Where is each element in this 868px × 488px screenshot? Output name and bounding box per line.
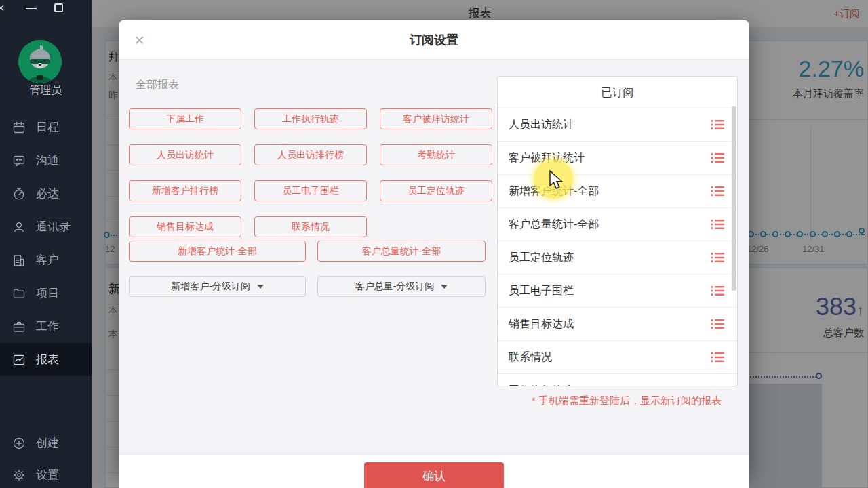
- gear-icon: [12, 468, 26, 482]
- subscribed-label: 员工电子围栏: [509, 284, 711, 298]
- subscription-settings-modal: 订阅设置 × 全部报表 下属工作 工作执行轨迹 客户被拜访统计 人员出访统计 人…: [119, 20, 749, 474]
- building-icon: [12, 253, 26, 267]
- report-button[interactable]: 员工定位轨迹: [380, 180, 492, 201]
- sidebar-item-create[interactable]: 创建: [0, 427, 92, 459]
- modal-title: 订阅设置: [119, 20, 749, 60]
- list-handle-icon[interactable]: [711, 352, 725, 363]
- sidebar-item-schedule[interactable]: 日程: [0, 110, 92, 144]
- report-button-grid: 下属工作 工作执行轨迹 客户被拜访统计 人员出访统计 人员出访排行榜 考勤统计 …: [129, 108, 492, 237]
- folder-icon: [12, 287, 26, 300]
- report-button[interactable]: 人员出访统计: [129, 144, 241, 165]
- sidebar-item-label: 必达: [36, 186, 59, 201]
- report-button[interactable]: 工作执行轨迹: [254, 108, 367, 129]
- sidebar-item-bida[interactable]: 必达: [0, 177, 92, 210]
- list-handle-icon[interactable]: [711, 252, 725, 263]
- subscribed-label: 销售目标达成: [509, 317, 711, 331]
- chart-icon: [12, 353, 26, 367]
- subscribed-row[interactable]: 客户总量统计-全部: [498, 208, 737, 241]
- subscribed-panel: 已订阅 人员出访统计 客户被拜访统计 新增客户统计-全部 客户总量统计-全部: [497, 76, 738, 386]
- report-button[interactable]: 考勤统计: [380, 144, 492, 165]
- subscribed-label: 客户被拜访统计: [509, 151, 711, 165]
- report-button[interactable]: 销售目标达成: [129, 216, 241, 237]
- confirm-button[interactable]: 确认: [364, 462, 504, 488]
- subscribed-label: 客户总量统计-全部: [509, 218, 711, 232]
- avatar-illustration: [18, 40, 62, 83]
- list-handle-icon[interactable]: [711, 186, 725, 197]
- cursor-pointer: [549, 170, 564, 190]
- sidebar-item-projects[interactable]: 项目: [0, 277, 92, 310]
- list-handle-icon[interactable]: [711, 385, 725, 386]
- window-controls: ×: [0, 3, 92, 16]
- list-handle-icon[interactable]: [711, 319, 725, 329]
- sidebar-item-contacts[interactable]: 通讯录: [0, 210, 92, 243]
- sidebar-item-label: 设置: [36, 467, 59, 483]
- list-handle-icon[interactable]: [711, 119, 725, 130]
- dropdown-label: 新增客户-分级订阅: [171, 281, 250, 293]
- new-customer-level-dropdown[interactable]: 新增客户-分级订阅: [129, 276, 306, 297]
- user-name: 管理员: [0, 83, 92, 98]
- modal-header: 订阅设置 ×: [119, 20, 749, 60]
- contacts-icon: [12, 220, 26, 234]
- briefcase-icon: [12, 320, 26, 333]
- sidebar-item-label: 通讯录: [36, 219, 71, 235]
- app-window: × 管理员 日程: [0, 0, 868, 488]
- report-button-wide[interactable]: 新增客户统计-全部: [129, 241, 306, 262]
- subscribed-row[interactable]: 联系情况: [498, 341, 737, 374]
- window-close-icon[interactable]: ×: [0, 1, 5, 16]
- scrollbar-thumb[interactable]: [732, 106, 736, 291]
- subscribed-label: 员工定位轨迹: [509, 251, 711, 265]
- modal-footer: 确认: [119, 454, 749, 488]
- list-handle-icon[interactable]: [711, 285, 725, 296]
- subscribed-row[interactable]: 员工定位轨迹: [498, 241, 737, 274]
- report-button[interactable]: 联系情况: [254, 216, 367, 237]
- avatar[interactable]: [18, 40, 62, 83]
- window-minimize-icon[interactable]: [26, 8, 37, 9]
- report-button[interactable]: 下属工作: [129, 108, 241, 129]
- report-button[interactable]: 新增客户排行榜: [129, 180, 241, 201]
- subscribed-row[interactable]: 员工电子围栏: [498, 274, 737, 308]
- subscribed-row[interactable]: 客户被拜访统计: [498, 142, 737, 175]
- sidebar-item-label: 日程: [36, 119, 59, 135]
- list-handle-icon[interactable]: [711, 219, 725, 230]
- subscribed-label: 人员出访统计: [509, 118, 711, 132]
- sidebar-item-customers[interactable]: 客户: [0, 243, 92, 277]
- sidebar-item-label: 客户: [36, 252, 59, 268]
- sidebar-item-communication[interactable]: 沟通: [0, 144, 92, 177]
- sidebar-item-settings[interactable]: 设置: [0, 459, 92, 488]
- sidebar-item-label: 工作: [36, 319, 59, 334]
- sidebar-item-reports[interactable]: 报表: [0, 343, 92, 376]
- chat-icon: [12, 154, 26, 167]
- subscribed-label: 联系情况: [509, 350, 711, 365]
- sidebar-menu: 日程 沟通 必达 通讯录 客户 项目: [0, 110, 92, 376]
- all-reports-label: 全部报表: [136, 78, 179, 92]
- plus-circle-icon: [12, 436, 26, 450]
- report-button[interactable]: 人员出访排行榜: [254, 144, 367, 165]
- report-button[interactable]: 客户被拜访统计: [380, 108, 492, 129]
- report-button[interactable]: 员工电子围栏: [254, 180, 367, 201]
- subscribed-row[interactable]: 人员出访统计: [498, 108, 737, 142]
- modal-body: 全部报表 下属工作 工作执行轨迹 客户被拜访统计 人员出访统计 人员出访排行榜 …: [119, 60, 749, 454]
- calendar-icon: [12, 121, 26, 134]
- sidebar-footer-menu: 创建 设置: [0, 427, 92, 488]
- sidebar-item-label: 项目: [36, 285, 59, 301]
- sidebar-item-label: 报表: [36, 352, 59, 367]
- list-handle-icon[interactable]: [711, 152, 725, 163]
- subscribed-row[interactable]: 销售目标达成: [498, 308, 737, 341]
- chevron-down-icon: [441, 285, 448, 289]
- sidebar-item-label: 沟通: [36, 152, 59, 168]
- sidebar: × 管理员 日程: [0, 0, 92, 488]
- chevron-down-icon: [257, 285, 264, 289]
- sidebar-item-work[interactable]: 工作: [0, 310, 92, 343]
- stopwatch-icon: [12, 187, 26, 201]
- close-icon[interactable]: ×: [134, 30, 144, 51]
- subscription-note: * 手机端需重新登陆后，显示新订阅的报表: [532, 394, 722, 407]
- subscribed-label: 工作执行轨迹: [509, 384, 711, 387]
- customer-total-level-dropdown[interactable]: 客户总量-分级订阅: [317, 276, 486, 297]
- sidebar-item-label: 创建: [36, 435, 59, 451]
- dropdown-label: 客户总量-分级订阅: [355, 281, 435, 293]
- subscribed-row[interactable]: 工作执行轨迹: [498, 374, 737, 386]
- subscribed-header: 已订阅: [498, 77, 737, 108]
- window-maximize-icon[interactable]: [54, 3, 63, 12]
- report-button-wide[interactable]: 客户总量统计-全部: [317, 241, 486, 262]
